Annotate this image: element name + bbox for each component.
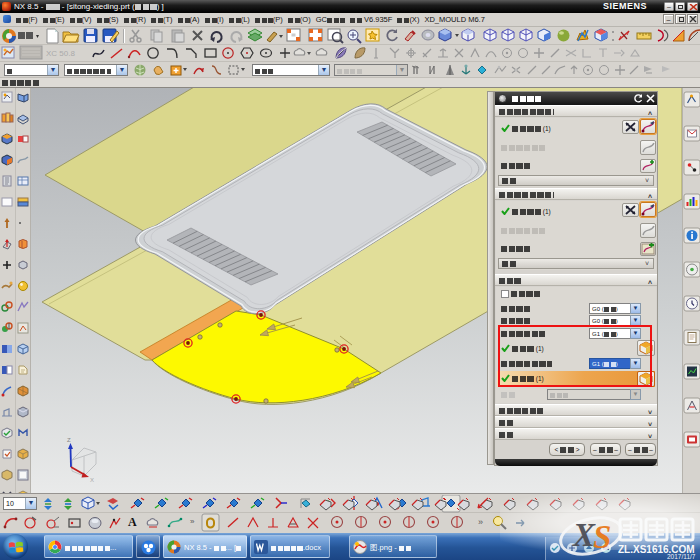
svg-text:A: A (128, 515, 137, 529)
svg-text:X: X (90, 477, 94, 483)
svg-text:»: » (478, 517, 483, 527)
svg-text:XC 50.8: XC 50.8 (46, 49, 75, 58)
svg-text:»: » (190, 517, 195, 526)
svg-text:Z: Z (67, 437, 71, 443)
